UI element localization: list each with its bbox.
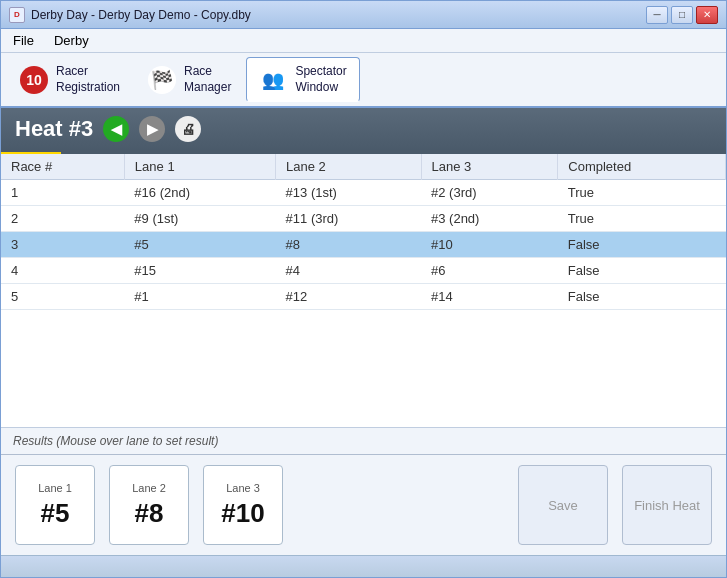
table-row[interactable]: 4#15#4#6False — [1, 258, 726, 284]
window-controls: ─ □ ✕ — [646, 6, 718, 24]
spectator-window-icon: 👥 — [259, 66, 287, 94]
row-4-col-0: 4 — [1, 258, 124, 284]
row-5-col-1: #1 — [124, 284, 275, 310]
row-1-col-3: #2 (3rd) — [421, 180, 558, 206]
row-3-col-3: #10 — [421, 232, 558, 258]
close-button[interactable]: ✕ — [696, 6, 718, 24]
row-1-col-0: 1 — [1, 180, 124, 206]
row-3-col-4: False — [558, 232, 726, 258]
row-2-col-3: #3 (2nd) — [421, 206, 558, 232]
row-3-col-0: 3 — [1, 232, 124, 258]
lane2-card: Lane 2 #8 — [109, 465, 189, 545]
menu-bar: File Derby — [1, 29, 726, 53]
row-4-col-4: False — [558, 258, 726, 284]
row-1-col-2: #13 (1st) — [276, 180, 421, 206]
lane1-card-label: Lane 1 — [38, 482, 72, 494]
save-button[interactable]: Save — [518, 465, 608, 545]
lane3-card-value: #10 — [221, 498, 264, 529]
row-2-col-0: 2 — [1, 206, 124, 232]
row-3-col-1: #5 — [124, 232, 275, 258]
row-1-col-1: #16 (2nd) — [124, 180, 275, 206]
menu-file[interactable]: File — [5, 31, 42, 50]
races-table-area: Race # Lane 1 Lane 2 Lane 3 Completed 1#… — [1, 154, 726, 427]
results-status-bar: Results (Mouse over lane to set result) — [1, 427, 726, 454]
race-manager-label: RaceManager — [184, 64, 231, 95]
race-manager-button[interactable]: 🏁 RaceManager — [135, 57, 244, 102]
window-title: Derby Day - Derby Day Demo - Copy.dby — [31, 8, 646, 22]
row-3-col-2: #8 — [276, 232, 421, 258]
maximize-button[interactable]: □ — [671, 6, 693, 24]
races-table: Race # Lane 1 Lane 2 Lane 3 Completed 1#… — [1, 154, 726, 310]
title-bar: D Derby Day - Derby Day Demo - Copy.dby … — [1, 1, 726, 29]
menu-derby[interactable]: Derby — [46, 31, 97, 50]
row-5-col-4: False — [558, 284, 726, 310]
lane3-card: Lane 3 #10 — [203, 465, 283, 545]
table-row[interactable]: 1#16 (2nd)#13 (1st)#2 (3rd)True — [1, 180, 726, 206]
lane1-card-value: #5 — [41, 498, 70, 529]
row-1-col-4: True — [558, 180, 726, 206]
col-race-num: Race # — [1, 154, 124, 180]
heat-header: Heat #3 ◀ ▶ 🖨 — [1, 108, 726, 150]
row-5-col-2: #12 — [276, 284, 421, 310]
row-2-col-2: #11 (3rd) — [276, 206, 421, 232]
row-5-col-0: 5 — [1, 284, 124, 310]
race-manager-icon: 🏁 — [148, 66, 176, 94]
col-lane1: Lane 1 — [124, 154, 275, 180]
col-lane2: Lane 2 — [276, 154, 421, 180]
lane1-card: Lane 1 #5 — [15, 465, 95, 545]
heat-title: Heat #3 — [15, 116, 93, 142]
table-row[interactable]: 2#9 (1st)#11 (3rd)#3 (2nd)True — [1, 206, 726, 232]
minimize-button[interactable]: ─ — [646, 6, 668, 24]
row-4-col-1: #15 — [124, 258, 275, 284]
racer-registration-icon: 10 — [20, 66, 48, 94]
heat-header-wrap: Heat #3 ◀ ▶ 🖨 — [1, 108, 726, 154]
results-status-text: Results (Mouse over lane to set result) — [13, 434, 218, 448]
col-completed: Completed — [558, 154, 726, 180]
spectator-window-label: SpectatorWindow — [295, 64, 346, 95]
row-2-col-1: #9 (1st) — [124, 206, 275, 232]
status-bar — [1, 555, 726, 577]
spectator-window-button[interactable]: 👥 SpectatorWindow — [246, 57, 359, 102]
finish-heat-button[interactable]: Finish Heat — [622, 465, 712, 545]
bottom-section: Lane 1 #5 Lane 2 #8 Lane 3 #10 Save Fini… — [1, 454, 726, 555]
lane3-card-label: Lane 3 — [226, 482, 260, 494]
row-2-col-4: True — [558, 206, 726, 232]
toolbar: 10 RacerRegistration 🏁 RaceManager 👥 Spe… — [1, 53, 726, 108]
heat-print-button[interactable]: 🖨 — [175, 116, 201, 142]
heat-forward-button[interactable]: ▶ — [139, 116, 165, 142]
table-row[interactable]: 3#5#8#10False — [1, 232, 726, 258]
main-window: D Derby Day - Derby Day Demo - Copy.dby … — [0, 0, 727, 578]
racer-registration-label: RacerRegistration — [56, 64, 120, 95]
table-row[interactable]: 5#1#12#14False — [1, 284, 726, 310]
row-4-col-2: #4 — [276, 258, 421, 284]
lane2-card-label: Lane 2 — [132, 482, 166, 494]
col-lane3: Lane 3 — [421, 154, 558, 180]
row-4-col-3: #6 — [421, 258, 558, 284]
heat-back-button[interactable]: ◀ — [103, 116, 129, 142]
table-header-row: Race # Lane 1 Lane 2 Lane 3 Completed — [1, 154, 726, 180]
racer-registration-button[interactable]: 10 RacerRegistration — [7, 57, 133, 102]
lane2-card-value: #8 — [135, 498, 164, 529]
row-5-col-3: #14 — [421, 284, 558, 310]
app-icon: D — [9, 7, 25, 23]
